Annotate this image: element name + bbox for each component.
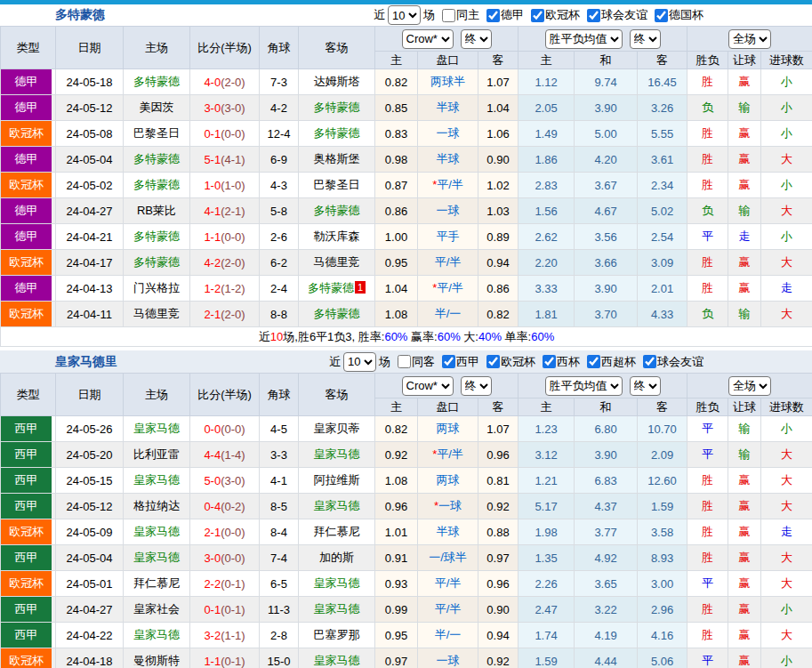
cell-away: 阿拉维斯 <box>299 468 375 494</box>
cell-corner: 6-5 <box>260 571 299 597</box>
odds-source-select[interactable]: Crow* <box>402 29 454 49</box>
odds-source-select[interactable]: Crow* <box>402 376 454 396</box>
cell-avg-away: 16.45 <box>638 69 687 95</box>
cell-score: 2-1(2-0) <box>190 302 260 327</box>
odds-final-select[interactable]: 终 <box>461 29 492 49</box>
avg-type-select[interactable]: 胜平负均值 <box>545 376 623 396</box>
league-1-checkbox[interactable] <box>531 9 544 22</box>
cell-score: 5-1(4-1) <box>190 147 260 173</box>
cell-score: 1-1(0-1) <box>190 648 260 668</box>
league-0-checkbox[interactable] <box>442 355 455 368</box>
cell-score: 0-0(0-0) <box>190 416 260 442</box>
league-1-label: 欧冠杯 <box>501 354 535 370</box>
cell-score: 0-4(0-2) <box>190 494 260 519</box>
cell-odds-home: 0.97 <box>375 648 418 668</box>
away-team-name: 皇家马德 <box>314 576 360 590</box>
cell-corner: 4-3 <box>260 173 299 198</box>
away-team-name: 皇家马德 <box>314 447 360 461</box>
cell-avg-home: 1.59 <box>519 648 575 668</box>
cell-avg-away: 3.26 <box>638 95 687 121</box>
league-2-filter[interactable]: 西杯 <box>539 354 580 370</box>
cell-corner: 2-6 <box>260 224 299 250</box>
handicap-text: 两球半 <box>430 75 465 88</box>
same-venue-checkbox[interactable] <box>398 355 411 368</box>
avg-type-select[interactable]: 胜平负均值 <box>545 29 623 49</box>
cell-away: 巴黎圣日 <box>299 173 375 198</box>
cell-goals: 大 <box>761 442 812 468</box>
handicap-text: 半球 <box>437 525 460 538</box>
away-team-name: 多特蒙德 <box>314 204 360 217</box>
league-type-badge: 西甲 <box>1 494 52 519</box>
cell-corner: 2-8 <box>260 623 299 648</box>
league-3-checkbox[interactable] <box>655 9 668 22</box>
cell-type: 德甲 <box>1 95 56 121</box>
handicap-text: 两球 <box>437 473 460 487</box>
league-4-filter[interactable]: 球会友谊 <box>639 354 703 370</box>
league-0-filter[interactable]: 西甲 <box>438 354 479 370</box>
cell-handicap: 一球 <box>418 121 478 147</box>
cell-type: 德甲 <box>1 69 56 95</box>
cell-handicap: 半/一 <box>418 623 478 648</box>
handicap-text: 平/半 <box>435 255 462 269</box>
avg-final-select[interactable]: 终 <box>630 29 661 49</box>
cell-avg-home: 2.20 <box>519 250 575 276</box>
cell-avg-draw: 6.80 <box>575 416 638 442</box>
recent-label: 近 <box>374 7 385 23</box>
cell-handicap: 一球 <box>418 648 478 668</box>
cell-home: 多特蒙德 <box>124 69 190 95</box>
league-1-checkbox[interactable] <box>486 355 500 368</box>
cell-score: 3-0(3-0) <box>190 95 260 121</box>
league-3-filter[interactable]: 西超杯 <box>583 354 636 370</box>
league-0-filter[interactable]: 德甲 <box>483 7 524 23</box>
team-title: 多特蒙德 <box>55 7 105 23</box>
same-venue-filter[interactable]: 同客 <box>394 354 435 370</box>
cell-away: 多特蒙德 <box>299 95 375 121</box>
handicap-text: 一球 <box>438 499 462 512</box>
cell-goals: 小 <box>761 224 812 250</box>
cell-handicap-result: 赢 <box>728 147 761 173</box>
avg-final-select[interactable]: 终 <box>630 376 661 396</box>
col-home: 主场 <box>124 27 190 69</box>
col-odds-home: 主 <box>375 398 418 416</box>
summary-segment: 60% <box>384 330 407 343</box>
summary-segment: 场,胜6平1负3, 胜率: <box>283 330 384 343</box>
league-2-checkbox[interactable] <box>587 9 600 22</box>
league-2-filter[interactable]: 球会友谊 <box>583 7 647 23</box>
cell-home: 马德里竞 <box>124 302 190 327</box>
same-venue-checkbox[interactable] <box>442 9 455 22</box>
cell-home: 比利亚雷 <box>124 442 190 468</box>
same-venue-filter[interactable]: 同主 <box>438 7 479 23</box>
league-3-checkbox[interactable] <box>587 355 600 368</box>
cell-odds-away: 0.90 <box>478 597 519 623</box>
cell-corner: 4-1 <box>260 468 299 494</box>
cell-avg-home: 2.83 <box>519 173 575 198</box>
recent-count-select[interactable]: 10 <box>343 352 376 372</box>
odds-final-select[interactable]: 终 <box>461 376 492 396</box>
cell-date: 24-05-12 <box>56 95 124 121</box>
scope-select[interactable]: 全场 <box>728 376 771 396</box>
cell-type: 德甲 <box>1 224 56 250</box>
cell-goals: 大 <box>761 147 812 173</box>
cell-avg-draw: 3.56 <box>575 224 638 250</box>
handicap-text: 半/一 <box>435 307 462 320</box>
league-3-filter[interactable]: 德国杯 <box>651 7 703 23</box>
league-1-filter[interactable]: 欧冠杯 <box>483 354 535 370</box>
cell-avg-home: 2.62 <box>519 224 575 250</box>
scope-select[interactable]: 全场 <box>728 29 771 49</box>
cell-score: 2-2(0-1) <box>190 571 260 597</box>
recent-count-select[interactable]: 10 <box>388 5 421 25</box>
cell-corner: 4-5 <box>260 416 299 442</box>
league-0-label: 德甲 <box>501 7 524 23</box>
col-avg-home: 主 <box>519 398 575 416</box>
league-4-checkbox[interactable] <box>643 355 656 368</box>
odds-controls: Crow*终 <box>375 27 519 52</box>
league-2-checkbox[interactable] <box>543 355 556 368</box>
cell-avg-draw: 4.67 <box>575 198 638 224</box>
match-row: 西甲24-05-12格拉纳达0-4(0-2)8-5皇家马德0.96*一球0.92… <box>1 494 812 519</box>
cell-corner: 8-5 <box>260 494 299 519</box>
league-0-checkbox[interactable] <box>486 9 500 22</box>
cell-handicap-result: 输 <box>728 95 761 121</box>
col-handicap: 盘口 <box>418 52 478 69</box>
match-row: 西甲24-04-22皇家马德3-2(1-1)2-8巴塞罗那0.95半/一0.94… <box>1 623 812 648</box>
league-1-filter[interactable]: 欧冠杯 <box>527 7 580 23</box>
